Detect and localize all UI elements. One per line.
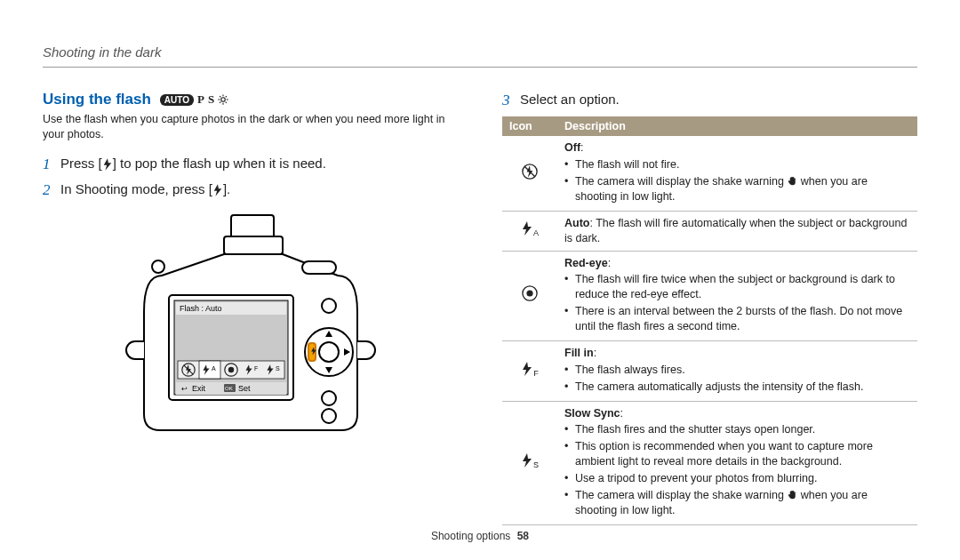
- mode-p-icon: P: [197, 94, 204, 106]
- table-row: F Fill in: The flash always fires. The c…: [502, 340, 917, 401]
- mode-auto-icon: AUTO: [160, 94, 194, 106]
- red-eye-icon: [522, 292, 538, 304]
- mode-gear-icon: [218, 94, 228, 106]
- step-2: 2 In Shooting mode, press [].: [43, 180, 458, 199]
- shake-warning-icon: [787, 174, 797, 187]
- svg-text:OK: OK: [225, 386, 233, 391]
- options-table: Icon Description Off: The flash will not…: [502, 116, 917, 524]
- step-3: 3 Select an option.: [502, 91, 917, 109]
- shake-warning-icon: [787, 488, 797, 500]
- screen-mode-label: Flash : Auto: [180, 304, 222, 313]
- section-title-text: Using the flash: [43, 91, 151, 108]
- table-row: A Auto: The flash will fire automaticall…: [502, 211, 917, 251]
- page-footer: Shooting options 58: [0, 530, 960, 542]
- svg-point-15: [152, 260, 164, 273]
- fill-in-icon: F: [521, 366, 539, 379]
- table-header-desc: Description: [557, 116, 917, 136]
- svg-rect-14: [224, 236, 283, 254]
- screen-set-label: Set: [238, 384, 251, 393]
- svg-rect-13: [231, 215, 274, 238]
- svg-point-29: [319, 342, 339, 362]
- svg-rect-21: [199, 361, 220, 379]
- flash-icon: [102, 158, 113, 171]
- table-header-icon: Icon: [502, 116, 557, 136]
- flash-icon: [212, 184, 223, 196]
- mode-icons: AUTO P S: [160, 94, 228, 106]
- svg-point-36: [322, 409, 336, 423]
- camera-illustration: Flash : Auto A F S ↩ Exit: [43, 210, 458, 452]
- left-column: Using the flash AUTO P S Use the flash w…: [43, 91, 458, 525]
- svg-text:F: F: [254, 365, 258, 372]
- section-title: Using the flash AUTO P S: [43, 91, 228, 108]
- table-row: S Slow Sync: The flash fires and the shu…: [502, 401, 917, 524]
- table-row: Red-eye: The flash will fire twice when …: [502, 251, 917, 340]
- svg-rect-16: [302, 261, 336, 274]
- svg-point-35: [322, 391, 336, 405]
- table-row: Off: The flash will not fire. The camera…: [502, 136, 917, 211]
- breadcrumb: Shooting in the dark: [43, 44, 917, 68]
- right-column: 3 Select an option. Icon Description Off…: [502, 91, 917, 525]
- flash-off-icon: [522, 170, 538, 182]
- flash-auto-icon: A: [521, 226, 539, 238]
- svg-text:S: S: [276, 365, 280, 372]
- mode-s-icon: S: [208, 94, 214, 106]
- svg-point-34: [322, 299, 336, 313]
- slow-sync-icon: S: [521, 458, 539, 470]
- step-1: 1 Press [] to pop the flash up when it i…: [43, 155, 458, 173]
- section-intro: Use the flash when you capture photos in…: [43, 112, 458, 142]
- screen-exit-label: Exit: [192, 384, 206, 393]
- svg-text:A: A: [212, 365, 216, 372]
- screen-back-icon: ↩: [181, 385, 188, 393]
